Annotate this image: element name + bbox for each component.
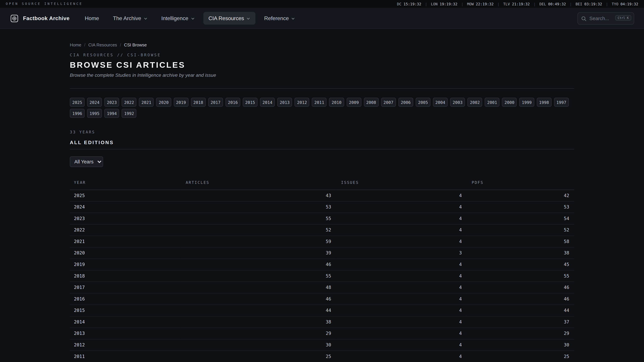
brand-home-link[interactable]: Factbook Archive [10, 14, 70, 23]
year-button[interactable]: 2025 [70, 98, 84, 107]
year-button[interactable]: 1999 [520, 98, 534, 107]
year-button[interactable]: 2020 [156, 98, 171, 107]
year-button[interactable]: 1994 [104, 109, 119, 118]
year-button[interactable]: 1996 [70, 109, 84, 118]
year-cell: 2014 [70, 316, 181, 328]
year-button[interactable]: 2017 [208, 98, 223, 107]
year-button[interactable]: 2012 [294, 98, 309, 107]
table-row[interactable]: 201946445 [70, 259, 574, 270]
year-button[interactable]: 2016 [226, 98, 240, 107]
table-row[interactable]: 201544444 [70, 305, 574, 316]
table-row[interactable]: 202252452 [70, 224, 574, 236]
breadcrumb-item[interactable]: Home [70, 42, 81, 47]
year-cell: 2011 [70, 351, 181, 362]
nav-item-intelligence[interactable]: Intelligence [156, 12, 200, 25]
year-cell: 2023 [70, 213, 181, 224]
nav-item-label: Reference [264, 15, 289, 21]
chevron-down-icon [191, 17, 194, 20]
pdfs-cell: 46 [467, 282, 574, 293]
table-row[interactable]: 201125425 [70, 351, 574, 362]
clock-separator: | [570, 2, 572, 6]
year-button[interactable]: 2001 [485, 98, 500, 107]
column-header: PDFS [467, 180, 574, 190]
clock-separator: | [606, 2, 608, 6]
year-cell: 2022 [70, 224, 181, 236]
year-cell: 2015 [70, 305, 181, 316]
world-clock: TLV21:19:32 [503, 2, 530, 6]
nav-item-the-archive[interactable]: The Archive [108, 12, 153, 25]
table-row[interactable]: 201329429 [70, 328, 574, 339]
year-button[interactable]: 2003 [450, 98, 465, 107]
year-cell: 2018 [70, 270, 181, 282]
year-button[interactable]: 1997 [554, 98, 569, 107]
year-button[interactable]: 2002 [468, 98, 482, 107]
table-row[interactable]: 201748446 [70, 282, 574, 293]
chevron-down-icon [246, 17, 250, 20]
year-button[interactable]: 2005 [416, 98, 430, 107]
world-clock: DEL00:49:32 [539, 2, 566, 6]
page-subtitle: Browse the complete Studies in Intellige… [70, 72, 574, 77]
table-header-row: YEARARTICLESISSUESPDFS [70, 180, 574, 190]
year-button[interactable]: 2013 [277, 98, 292, 107]
keyboard-shortcut-badge: Ctrl K [615, 15, 631, 20]
year-button[interactable]: 2023 [104, 98, 119, 107]
year-button[interactable]: 1995 [87, 109, 102, 118]
table-row[interactable]: 202453453 [70, 201, 574, 213]
pdfs-cell: 30 [467, 339, 574, 351]
year-button[interactable]: 2021 [139, 98, 154, 107]
year-select[interactable]: All Years [70, 156, 103, 167]
year-button[interactable]: 2010 [329, 98, 344, 107]
years-count: 33 YEARS [70, 130, 574, 134]
breadcrumb-item[interactable]: CIA Resources [88, 42, 117, 47]
factbook-logo-icon [10, 14, 19, 23]
table-row[interactable]: 202159458 [70, 236, 574, 247]
issues-cell: 4 [336, 293, 467, 305]
pdfs-cell: 52 [467, 224, 574, 236]
table-row[interactable]: 202543442 [70, 190, 574, 201]
breadcrumb-separator: / [84, 42, 85, 47]
year-cell: 2016 [70, 293, 181, 305]
year-button[interactable]: 2015 [243, 98, 258, 107]
issues-cell: 3 [336, 247, 467, 259]
table-row[interactable]: 201646446 [70, 293, 574, 305]
year-cell: 2017 [70, 282, 181, 293]
year-button[interactable]: 2006 [398, 98, 413, 107]
issues-cell: 4 [336, 270, 467, 282]
clock-separator: | [497, 2, 500, 6]
clock-separator: | [425, 2, 427, 6]
issues-cell: 4 [336, 236, 467, 247]
year-button[interactable]: 2018 [191, 98, 206, 107]
nav-item-home[interactable]: Home [80, 12, 104, 25]
world-clock: BEI03:19:32 [576, 2, 602, 6]
year-button[interactable]: 2008 [364, 98, 378, 107]
nav-items: HomeThe ArchiveIntelligenceCIA Resources… [80, 12, 300, 25]
pdfs-cell: 42 [467, 190, 574, 201]
table-row[interactable]: 202355454 [70, 213, 574, 224]
year-button[interactable]: 2022 [122, 98, 136, 107]
brand-name: Factbook Archive [23, 15, 70, 21]
year-button[interactable]: 2024 [87, 98, 102, 107]
app-window: OPEN SOURCE INTELLIGENCE DC15:19:32|LON1… [0, 0, 644, 362]
table-row[interactable]: 201855455 [70, 270, 574, 282]
nav-item-reference[interactable]: Reference [259, 12, 300, 25]
nav-item-cia-resources[interactable]: CIA Resources [203, 12, 256, 25]
year-button[interactable]: 1998 [537, 98, 552, 107]
year-cell: 2019 [70, 259, 181, 270]
year-button[interactable]: 2004 [433, 98, 448, 107]
year-button[interactable]: 2011 [312, 98, 327, 107]
nav-item-label: Home [85, 15, 99, 21]
year-button[interactable]: 1992 [122, 109, 136, 118]
year-button[interactable]: 2009 [346, 98, 361, 107]
year-button[interactable]: 2014 [260, 98, 275, 107]
articles-cell: 53 [181, 201, 336, 213]
table-row[interactable]: 201230430 [70, 339, 574, 351]
editions-table: YEARARTICLESISSUESPDFS 20254344220245345… [70, 180, 574, 362]
year-cell: 2021 [70, 236, 181, 247]
divider [70, 149, 574, 149]
year-button[interactable]: 2000 [502, 98, 517, 107]
articles-cell: 39 [181, 247, 336, 259]
table-row[interactable]: 201438437 [70, 316, 574, 328]
table-row[interactable]: 202039338 [70, 247, 574, 259]
year-button[interactable]: 2007 [381, 98, 396, 107]
year-button[interactable]: 2019 [174, 98, 188, 107]
